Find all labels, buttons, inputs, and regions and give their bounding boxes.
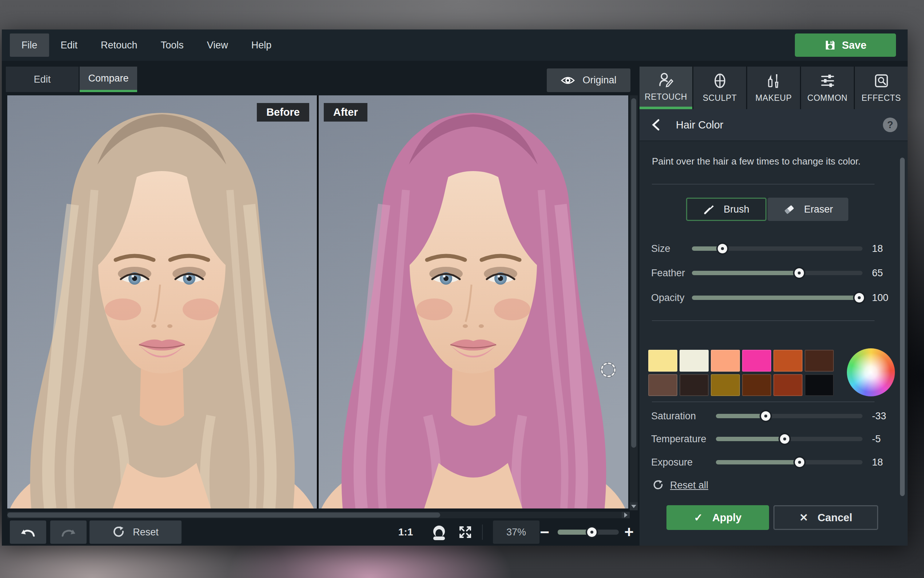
exposure-slider-fill [716, 460, 799, 464]
swatch-magenta[interactable] [742, 350, 771, 372]
panel-tab-sculpt[interactable]: SCULPT [693, 67, 746, 109]
right-panel: RETOUCH SCULPT MAKEUP [639, 67, 908, 546]
panel-tab-makeup[interactable]: MAKEUP [747, 67, 800, 109]
close-icon: ✕ [799, 511, 808, 524]
fit-to-face-button[interactable] [428, 521, 450, 544]
undo-button[interactable] [10, 521, 46, 544]
menu-item-help[interactable]: Help [240, 34, 283, 57]
panel-tab-effects[interactable]: EFFECTS [855, 67, 908, 109]
swatch-pale-yellow[interactable] [648, 350, 677, 372]
original-label: Original [583, 75, 616, 86]
eraser-tool-button[interactable]: Eraser [767, 198, 848, 221]
temperature-slider[interactable] [716, 437, 863, 441]
temperature-slider-thumb[interactable] [778, 433, 791, 445]
menu-item-view[interactable]: View [195, 34, 240, 57]
toolbar-separator [482, 524, 483, 540]
zoom-out-button[interactable]: − [535, 521, 554, 544]
tool-title: Hair Color [676, 119, 723, 131]
panel-tab-strip: RETOUCH SCULPT MAKEUP [639, 67, 908, 109]
fit-screen-button[interactable] [455, 521, 476, 544]
swatch-taupe[interactable] [648, 374, 677, 396]
zoom-slider[interactable] [558, 529, 619, 535]
portrait-after [319, 95, 628, 508]
hair-color-swatches [648, 350, 836, 396]
help-button[interactable]: ? [883, 118, 897, 132]
panel-tab-label: MAKEUP [755, 93, 791, 103]
apply-button[interactable]: ✓ Apply [667, 505, 769, 530]
exposure-slider-thumb[interactable] [793, 456, 806, 468]
cancel-button[interactable]: ✕ Cancel [774, 505, 878, 530]
zoom-slider-thumb[interactable] [586, 526, 598, 538]
zoom-1to1-button[interactable]: 1:1 [395, 521, 416, 544]
brush-tool-button[interactable]: Brush [686, 198, 767, 221]
tab-edit[interactable]: Edit [6, 67, 79, 92]
triangle-down-icon [631, 505, 636, 508]
hscroll-right-arrow[interactable] [622, 512, 630, 518]
zoom-in-button[interactable]: + [620, 521, 638, 544]
reset-all-icon [653, 480, 663, 490]
apply-label: Apply [712, 512, 742, 524]
vscroll-thumb[interactable] [631, 98, 636, 448]
color-wheel[interactable] [847, 348, 895, 396]
before-image[interactable]: Before [7, 95, 317, 508]
swatch-dark-brown[interactable] [805, 350, 834, 372]
vscroll-down-arrow[interactable] [630, 502, 638, 510]
tab-compare[interactable]: Compare [80, 67, 137, 92]
size-slider[interactable] [692, 247, 863, 251]
swatch-chestnut[interactable] [742, 374, 771, 396]
makeup-icon [766, 73, 782, 89]
panel-tab-label: SCULPT [703, 93, 737, 103]
temperature-slider-row: Temperature -5 [651, 431, 896, 447]
saturation-value: -33 [863, 411, 896, 422]
menu-item-edit[interactable]: Edit [49, 34, 89, 57]
swatch-black[interactable] [805, 374, 834, 396]
panel-tab-retouch[interactable]: RETOUCH [639, 67, 692, 109]
menu-item-tools[interactable]: Tools [149, 34, 195, 57]
menu-bar: File Edit Retouch Tools View Help Save [2, 29, 908, 61]
panel-scrollbar[interactable] [900, 154, 905, 533]
back-chevron-icon[interactable] [651, 119, 661, 131]
triangle-right-icon [624, 513, 628, 518]
swatch-orange[interactable] [774, 350, 803, 372]
saturation-slider[interactable] [716, 414, 863, 418]
original-button[interactable]: Original [547, 68, 630, 92]
cancel-label: Cancel [818, 512, 852, 524]
swatch-ivory[interactable] [680, 350, 709, 372]
panel-tab-label: RETOUCH [645, 92, 687, 102]
reset-button[interactable]: Reset [89, 521, 181, 544]
swatch-espresso[interactable] [680, 374, 709, 396]
opacity-value: 100 [863, 292, 896, 304]
opacity-slider-thumb[interactable] [853, 292, 866, 304]
saturation-slider-fill [716, 414, 766, 418]
menu-item-retouch[interactable]: Retouch [89, 34, 149, 57]
after-image[interactable]: After [319, 95, 628, 508]
canvas-vertical-scrollbar[interactable] [630, 95, 638, 510]
swatch-auburn[interactable] [774, 374, 803, 396]
size-label: Size [651, 243, 692, 255]
exposure-slider[interactable] [716, 460, 863, 464]
menu-item-file[interactable]: File [10, 34, 49, 57]
brush-icon [703, 203, 715, 215]
temperature-label: Temperature [651, 434, 716, 445]
panel-scrollbar-thumb[interactable] [900, 157, 905, 496]
swatch-peach[interactable] [711, 350, 740, 372]
redo-button[interactable] [50, 521, 87, 544]
panel-tab-common[interactable]: COMMON [801, 67, 854, 109]
canvas-horizontal-scrollbar[interactable] [7, 512, 630, 518]
panel-tab-label: COMMON [807, 93, 847, 103]
hscroll-thumb[interactable] [7, 513, 440, 518]
size-slider-thumb[interactable] [716, 242, 729, 255]
check-icon: ✓ [694, 511, 703, 524]
save-button[interactable]: Save [795, 34, 896, 57]
feather-slider[interactable] [692, 271, 863, 275]
sliders-icon [820, 73, 836, 89]
temperature-value: -5 [863, 434, 896, 445]
saturation-slider-thumb[interactable] [760, 410, 772, 422]
opacity-slider[interactable] [692, 295, 863, 300]
zoom-percent-display[interactable]: 37% [493, 521, 539, 544]
swatch-olive-gold[interactable] [711, 374, 740, 396]
divider [652, 401, 874, 402]
feather-slider-thumb[interactable] [793, 267, 806, 279]
reset-all-link[interactable]: Reset all [653, 478, 708, 492]
face-icon [432, 524, 447, 540]
